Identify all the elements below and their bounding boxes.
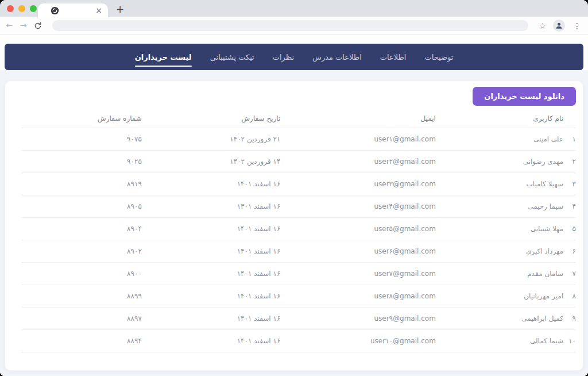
new-tab-button[interactable]: + (116, 5, 124, 14)
browser-toolbar: ← → ☆ ⋮ (0, 17, 588, 34)
address-bar[interactable] (52, 20, 528, 31)
cell-username: سهیلا کامیاب (436, 172, 563, 195)
cell-order_date: ۱۶ اسفند ۱۴۰۱ (142, 240, 281, 262)
forward-icon[interactable]: → (20, 21, 28, 30)
table-row: ۶مهرداد اکبریuser۶@gmail.com۱۶ اسفند ۱۴۰… (21, 240, 576, 262)
table-row: ۹کمیل ابراهیمیuser۹@gmail.com۱۶ اسفند ۱۴… (21, 307, 576, 329)
table-row: ۸امیر مهربانیانuser۸@gmail.com۱۶ اسفند ۱… (21, 285, 576, 307)
page-content: توضیحاتاطلاعاتاطلاعات مدرسنظراتتیکت پشتی… (0, 44, 588, 376)
cell-username: مهدی رضوانی (436, 150, 563, 172)
table-row: ۲مهدی رضوانیuser۲@gmail.com۱۴ فروردین ۱۴… (21, 150, 576, 172)
cell-order_date: ۱۶ اسفند ۱۴۰۱ (142, 217, 281, 240)
profile-avatar[interactable] (553, 20, 565, 32)
cell-email: user۳@gmail.com (280, 172, 435, 195)
table-row: ۴سیما رحیمیuser۴@gmail.com۱۶ اسفند ۱۴۰۱۸… (21, 195, 576, 217)
cell-order_number: ۸۸۹۷ (21, 307, 142, 329)
bookmark-star-icon[interactable]: ☆ (539, 21, 546, 30)
buyers-table-body: ۱علی امینیuser۱@gmail.com۲۱ فروردین ۱۴۰۲… (21, 128, 576, 352)
header-order-number: شماره سفارش (21, 109, 142, 128)
cell-username: سامان مقدم (436, 262, 563, 285)
cell-order_number: ۸۹۰۲ (21, 240, 142, 262)
table-row: ۵مهلا شیبانیuser۵@gmail.com۱۶ اسفند ۱۴۰۱… (21, 217, 576, 240)
cell-order_number: ۸۸۹۹ (21, 285, 142, 307)
window-controls (7, 5, 37, 12)
nav-tab-3[interactable]: نظرات (273, 53, 294, 62)
browser-menu-icon[interactable]: ⋮ (572, 21, 582, 30)
course-tabs-navbar: توضیحاتاطلاعاتاطلاعات مدرسنظراتتیکت پشتی… (5, 44, 583, 70)
cell-email: user۱@gmail.com (280, 128, 435, 150)
cell-order_date: ۱۶ اسفند ۱۴۰۱ (142, 195, 281, 217)
cell-email: user۶@gmail.com (280, 240, 435, 262)
cell-username: مهرداد اکبری (436, 240, 563, 262)
browser-tab-strip: × + (0, 0, 588, 17)
cell-order_date: ۲۱ فروردین ۱۴۰۲ (142, 128, 281, 150)
nav-tab-4[interactable]: تیکت پشتیبانی (210, 53, 254, 62)
page-body: دانلود لیست خریداران نام کاربری ایمیل تا… (0, 70, 588, 376)
cell-username: علی امینی (436, 128, 563, 150)
header-index (563, 109, 576, 128)
minimize-window-button[interactable] (18, 5, 25, 12)
cell-username: سیما رحیمی (436, 195, 563, 217)
cell-index: ۱ (563, 128, 576, 150)
maximize-window-button[interactable] (30, 5, 37, 12)
cell-index: ۵ (563, 217, 576, 240)
nav-tab-5[interactable]: لیست خریداران (135, 53, 192, 62)
cell-order_date: ۱۶ اسفند ۱۴۰۱ (142, 329, 281, 352)
cell-index: ۷ (563, 262, 576, 285)
cell-order_number: ۸۹۰۵ (21, 195, 142, 217)
header-username: نام کاربری (436, 109, 563, 128)
reload-icon[interactable] (34, 22, 42, 30)
cell-username: شیما کمالی (436, 329, 563, 352)
cell-username: مهلا شیبانی (436, 217, 563, 240)
table-row: ۳سهیلا کامیابuser۳@gmail.com۱۶ اسفند ۱۴۰… (21, 172, 576, 195)
table-row: ۷سامان مقدمuser۷@gmail.com۱۶ اسفند ۱۴۰۱۸… (21, 262, 576, 285)
cell-email: user۴@gmail.com (280, 195, 435, 217)
nav-tab-2[interactable]: اطلاعات مدرس (312, 53, 362, 62)
cell-order_date: ۱۶ اسفند ۱۴۰۱ (142, 172, 281, 195)
close-window-button[interactable] (7, 5, 14, 12)
site-favicon-icon (51, 6, 59, 15)
cell-index: ۴ (563, 195, 576, 217)
browser-tab[interactable]: × (38, 3, 108, 17)
cell-order_number: ۹۰۷۵ (21, 128, 142, 150)
cell-order_number: ۸۸۹۴ (21, 329, 142, 352)
card-toolbar: دانلود لیست خریداران (5, 81, 583, 109)
cell-email: user۷@gmail.com (280, 262, 435, 285)
cell-order_number: ۹۰۲۵ (21, 150, 142, 172)
cell-order_date: ۱۴ فروردین ۱۴۰۲ (142, 150, 281, 172)
table-row: ۱۰شیما کمالیuser۱۰@gmail.com۱۶ اسفند ۱۴۰… (21, 329, 576, 352)
cell-email: user۵@gmail.com (280, 217, 435, 240)
cell-order_number: ۸۹۰۴ (21, 217, 142, 240)
download-buyers-button[interactable]: دانلود لیست خریداران (473, 87, 576, 106)
header-email: ایمیل (280, 109, 435, 128)
cell-index: ۹ (563, 307, 576, 329)
cell-order_date: ۱۶ اسفند ۱۴۰۱ (142, 262, 281, 285)
buyers-table: نام کاربری ایمیل تاریخ سفارش شماره سفارش… (21, 109, 576, 352)
table-header-row: نام کاربری ایمیل تاریخ سفارش شماره سفارش (21, 109, 576, 128)
cell-email: user۲@gmail.com (280, 150, 435, 172)
nav-tab-1[interactable]: اطلاعات (380, 53, 407, 62)
cell-index: ۲ (563, 150, 576, 172)
browser-window: × + ← → ☆ ⋮ توضیحاتاطلاعاتاطلاعات مدرسنظ… (0, 0, 588, 376)
cell-index: ۶ (563, 240, 576, 262)
cell-username: کمیل ابراهیمی (436, 307, 563, 329)
cell-index: ۸ (563, 285, 576, 307)
table-row: ۱علی امینیuser۱@gmail.com۲۱ فروردین ۱۴۰۲… (21, 128, 576, 150)
cell-email: user۹@gmail.com (280, 307, 435, 329)
cell-order_number: ۸۹۰۰ (21, 262, 142, 285)
cell-order_number: ۸۹۱۹ (21, 172, 142, 195)
cell-email: user۱۰@gmail.com (280, 329, 435, 352)
cell-email: user۸@gmail.com (280, 285, 435, 307)
cell-index: ۱۰ (563, 329, 576, 352)
nav-tab-0[interactable]: توضیحات (424, 53, 453, 62)
header-order-date: تاریخ سفارش (142, 109, 281, 128)
back-icon[interactable]: ← (6, 21, 13, 30)
cell-order_date: ۱۶ اسفند ۱۴۰۱ (142, 307, 281, 329)
close-tab-icon[interactable]: × (95, 6, 102, 14)
cell-order_date: ۱۶ اسفند ۱۴۰۱ (142, 285, 281, 307)
buyers-list-card: دانلود لیست خریداران نام کاربری ایمیل تا… (5, 80, 583, 371)
cell-index: ۳ (563, 172, 576, 195)
cell-username: امیر مهربانیان (436, 285, 563, 307)
